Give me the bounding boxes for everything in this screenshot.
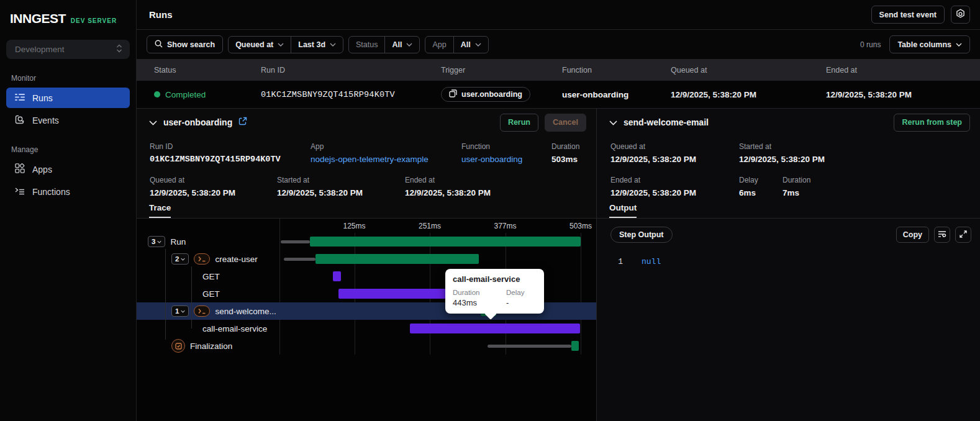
run-queued-at-cell: 12/9/2025, 5:38:20 PM [671,90,826,99]
queue-duration-line[interactable] [284,258,315,261]
environment-select-value: Development [15,45,65,54]
finalization-icon [171,339,185,353]
span-duration-bar[interactable] [315,254,479,264]
run-meta-row-2: Queued at 12/9/2025, 5:38:20 PM Started … [137,171,596,202]
column-header-run-id: Run ID [261,66,441,75]
ended-at-value: 12/9/2025, 5:38:20 PM [405,188,596,197]
span-label: create-user [215,255,257,264]
dev-server-badge: DEV SERVER [71,17,117,24]
sidebar: INNGEST DEV SERVER Development Monitor R… [0,0,137,421]
collapse-count-badge[interactable]: 2 [171,253,189,265]
apps-icon [15,163,25,175]
cancel-button: Cancel [545,114,586,132]
time-tick: 377ms [486,222,525,230]
sidebar-item-runs[interactable]: Runs [6,88,130,108]
trace-row-call-email-service[interactable]: call-email-service [137,320,596,337]
span-duration-bar[interactable] [571,341,579,351]
time-range-dropdown[interactable]: Last 3d [291,37,343,53]
chevron-down-icon [157,240,161,243]
rerun-from-step-button[interactable]: Rerun from step [894,114,970,132]
filter-bar: Show search Queued at Last 3d Status [137,30,980,59]
external-link-icon[interactable] [238,117,247,128]
chevron-down-icon [330,43,336,47]
chevron-down-icon[interactable] [609,117,617,128]
app-filter-dropdown[interactable]: All [454,37,488,53]
span-duration-bar[interactable] [333,271,341,281]
step-detail-title: send-welcome-email [624,117,709,127]
step-delay-label: Delay [739,176,783,184]
environment-select[interactable]: Development [6,40,130,59]
run-id-value: 01KC1ZMSBNY9ZQT415RP94K0TV [150,155,311,164]
app-filter-label: App [425,37,453,53]
word-wrap-button[interactable] [934,227,950,243]
step-queued-at-label: Queued at [610,142,739,151]
time-tick: 125ms [335,222,374,230]
app-link[interactable]: nodejs-open-telemetry-example [311,155,461,164]
sidebar-section-manage: Manage [11,145,125,154]
trace-row-finalization[interactable]: Finalization [137,337,596,355]
search-icon [155,40,163,50]
expand-button[interactable] [955,227,971,243]
run-meta-row-1: Run ID 01KC1ZMSBNY9ZQT415RP94K0TV App no… [137,136,596,171]
queue-duration-line[interactable] [488,345,571,348]
function-link[interactable]: user-onboarding [461,155,551,164]
sidebar-item-functions[interactable]: Functions [6,181,130,202]
trace-row-run[interactable]: 3Run [137,233,596,250]
run-function-cell: user-onboarding [562,90,671,99]
status-filter-dropdown[interactable]: All [385,37,419,53]
step-delay-value: 6ms [739,188,783,197]
step-output-code: 1 null [597,246,980,421]
step-output-badge: Step Output [610,227,673,243]
step-duration-value: 7ms [783,188,980,197]
started-at-value: 12/9/2025, 5:38:20 PM [277,188,405,197]
status-filter-label: Status [349,37,384,53]
tab-trace[interactable]: Trace [149,203,171,218]
tooltip-delay-label: Delay [506,289,537,296]
page-title: Runs [149,9,173,20]
trace-row-create-user[interactable]: 2create-user [137,250,596,268]
collapse-count-badge[interactable]: 1 [171,306,189,317]
started-at-label: Started at [277,176,405,184]
chevron-down-icon [278,43,284,47]
run-table-row[interactable]: Completed 01KC1ZMSBNY9ZQT415RP94K0TV use… [137,81,980,108]
collapse-count-badge[interactable]: 3 [148,236,165,247]
run-detail-header: user-onboarding Rerun Cancel [137,109,596,136]
step-detail-header: send-welcome-email Rerun from step [597,109,980,136]
settings-button[interactable] [951,6,970,24]
step-ended-at-value: 12/9/2025, 5:38:20 PM [610,188,739,197]
tab-output[interactable]: Output [609,203,637,218]
output-toolbar: Step Output Copy [597,219,980,246]
code-value: null [623,257,661,266]
time-field-dropdown[interactable]: Queued at [229,37,291,53]
expand-icon [960,230,967,240]
step-meta-row-1: Queued at 12/9/2025, 5:38:20 PM Started … [597,136,980,171]
trigger-event-pill[interactable]: user.onboarding [441,87,530,102]
chevron-down-icon [181,258,185,261]
word-wrap-icon [938,230,946,240]
column-header-trigger: Trigger [441,66,562,75]
line-number: 1 [597,257,623,266]
sidebar-item-events[interactable]: Events [6,110,130,130]
copy-button[interactable]: Copy [896,227,929,243]
app-filter: App All [425,36,488,53]
time-tick: 503ms [561,222,596,230]
run-detail-panel: user-onboarding Rerun Cancel Run ID 01KC… [137,109,597,421]
queue-duration-line[interactable] [281,240,310,243]
span-duration-bar[interactable] [310,237,581,247]
chevron-up-down-icon [116,44,122,55]
span-label: send-welcome... [215,307,276,316]
tooltip-duration-label: Duration [453,289,506,296]
column-header-ended-at: Ended at [826,66,980,75]
code-line: 1 null [597,257,980,266]
rerun-button[interactable]: Rerun [500,114,538,132]
send-test-event-button[interactable]: Send test event [871,6,945,24]
main-content: Runs Send test event [137,0,980,421]
span-label: call-email-service [202,324,267,333]
output-tabs: Output [597,202,980,219]
table-columns-button[interactable]: Table columns [889,35,970,53]
show-search-button[interactable]: Show search [147,35,223,53]
span-duration-bar[interactable] [410,324,580,333]
chevron-down-icon[interactable] [149,117,157,128]
span-duration-bar[interactable] [338,289,459,299]
sidebar-item-apps[interactable]: Apps [6,159,130,179]
